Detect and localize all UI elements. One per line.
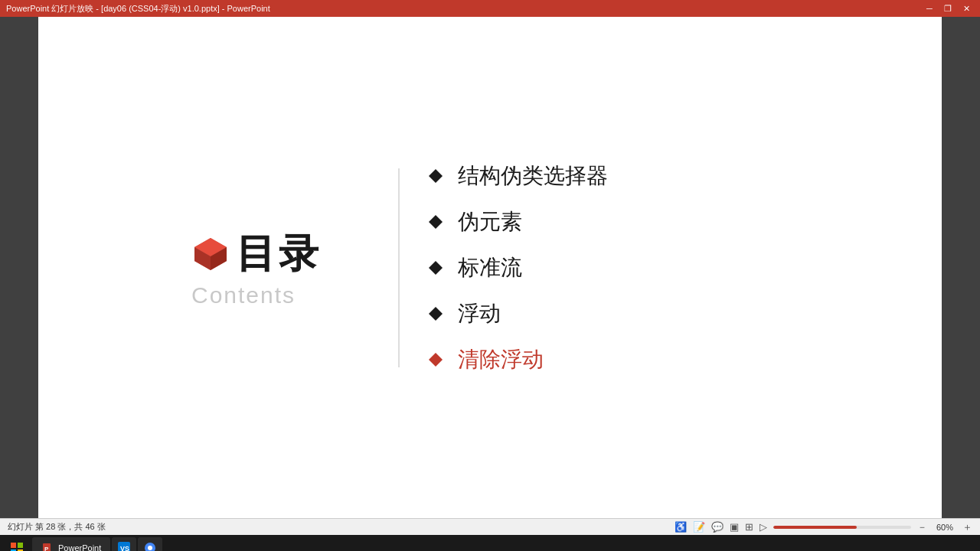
notes-icon[interactable]: 📝 bbox=[693, 521, 705, 533]
zoom-out-icon[interactable]: － bbox=[917, 520, 927, 534]
menu-item-label: 标准流 bbox=[458, 253, 522, 282]
main-area: 目录 Contents 结构伪类选择器 伪元素 bbox=[0, 17, 980, 535]
left-section: 目录 Contents bbox=[191, 227, 322, 308]
svg-marker-5 bbox=[429, 215, 443, 229]
statusbar: 幻灯片 第 28 张，共 46 张 ♿ 📝 💬 ▣ ⊞ ▷ － 60% ＋ bbox=[0, 518, 980, 535]
chrome-icon bbox=[144, 542, 156, 551]
titlebar-title: PowerPoint 幻灯片放映 - [day06 (CSS04-浮动) v1.… bbox=[6, 3, 270, 15]
list-item-active: 清除浮动 bbox=[429, 345, 608, 374]
list-item: 结构伪类选择器 bbox=[429, 161, 608, 191]
slide-title-english: Contents bbox=[191, 282, 296, 308]
titlebar-controls: ─ ❐ ✕ bbox=[922, 4, 974, 14]
svg-marker-6 bbox=[429, 261, 443, 275]
view-slideshow-icon[interactable]: ▷ bbox=[760, 521, 767, 533]
zoom-level: 60% bbox=[933, 523, 956, 532]
slide-status: 幻灯片 第 28 张，共 46 张 bbox=[8, 521, 106, 533]
svg-point-14 bbox=[148, 546, 152, 550]
taskbar-powerpoint-label: PowerPoint bbox=[58, 543, 101, 551]
svg-text:P: P bbox=[44, 546, 49, 551]
slide-title-chinese: 目录 bbox=[236, 227, 322, 281]
progress-bar bbox=[773, 526, 857, 529]
diamond-icon-active bbox=[429, 353, 443, 367]
svg-text:VS: VS bbox=[120, 545, 129, 551]
diamond-icon bbox=[429, 169, 443, 183]
zoom-in-icon[interactable]: ＋ bbox=[962, 520, 972, 534]
diamond-icon bbox=[429, 215, 443, 229]
diamond-icon bbox=[429, 307, 443, 321]
svg-marker-8 bbox=[429, 353, 443, 367]
list-item: 浮动 bbox=[429, 299, 608, 328]
list-item: 标准流 bbox=[429, 253, 608, 282]
vscode-icon: VS bbox=[118, 542, 130, 551]
svg-marker-7 bbox=[429, 307, 443, 321]
progress-bar-container bbox=[773, 526, 911, 529]
view-reading-icon[interactable]: ⊞ bbox=[745, 521, 753, 533]
menu-item-label: 伪元素 bbox=[458, 207, 522, 236]
titlebar: PowerPoint 幻灯片放映 - [day06 (CSS04-浮动) v1.… bbox=[0, 0, 980, 17]
taskbar-powerpoint[interactable]: P PowerPoint bbox=[32, 537, 110, 551]
comments-icon[interactable]: 💬 bbox=[711, 521, 724, 533]
restore-button[interactable]: ❐ bbox=[940, 4, 956, 14]
view-normal-icon[interactable]: ▣ bbox=[730, 521, 739, 533]
list-item: 伪元素 bbox=[429, 207, 608, 236]
close-button[interactable]: ✕ bbox=[959, 4, 974, 14]
menu-list: 结构伪类选择器 伪元素 标准流 bbox=[429, 161, 608, 374]
status-right: ♿ 📝 💬 ▣ ⊞ ▷ － 60% ＋ bbox=[675, 520, 972, 534]
taskbar-vscode[interactable]: VS bbox=[112, 537, 136, 551]
taskbar-chrome[interactable] bbox=[138, 537, 162, 551]
slide: 目录 Contents 结构伪类选择器 伪元素 bbox=[38, 17, 942, 518]
powerpoint-icon: P bbox=[41, 542, 54, 551]
taskbar: P PowerPoint VS bbox=[0, 535, 980, 551]
menu-item-label: 浮动 bbox=[458, 299, 501, 328]
start-button[interactable] bbox=[3, 537, 31, 551]
minimize-button[interactable]: ─ bbox=[922, 4, 937, 14]
divider bbox=[398, 168, 400, 367]
diamond-icon bbox=[429, 261, 443, 275]
svg-marker-4 bbox=[429, 169, 443, 183]
title-row: 目录 bbox=[191, 227, 322, 281]
accessibility-icon[interactable]: ♿ bbox=[675, 521, 687, 533]
menu-item-label: 结构伪类选择器 bbox=[458, 161, 608, 191]
menu-item-label-active: 清除浮动 bbox=[458, 345, 544, 374]
slide-area: 目录 Contents 结构伪类选择器 伪元素 bbox=[0, 17, 980, 518]
logo-icon bbox=[191, 235, 230, 273]
windows-logo-icon bbox=[11, 543, 23, 551]
